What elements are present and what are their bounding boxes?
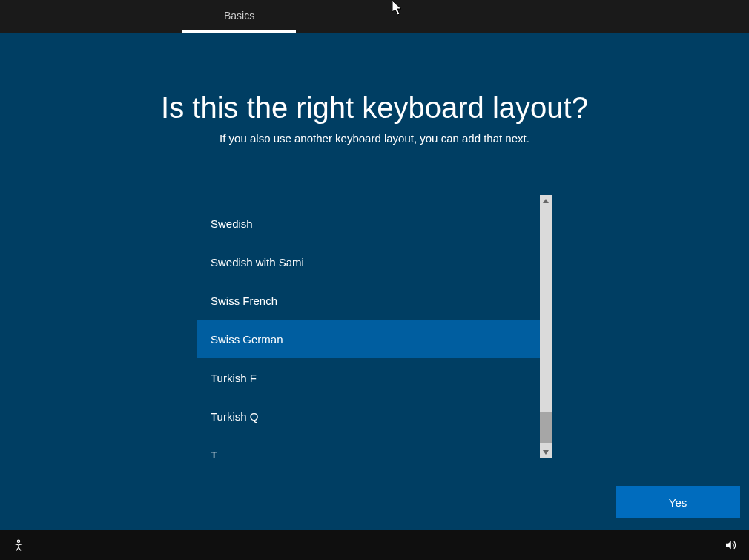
list-item-label: Swedish <box>211 217 253 230</box>
page-title: Is this the right keyboard layout? <box>161 91 588 125</box>
volume-icon[interactable] <box>722 537 739 553</box>
confirm-row: Yes <box>616 486 740 518</box>
list-item[interactable]: Standard <box>197 195 540 204</box>
scroll-thumb[interactable] <box>540 412 552 443</box>
list-item-label: Turkish F <box>211 372 257 384</box>
svg-point-0 <box>17 540 19 542</box>
yes-button[interactable]: Yes <box>616 486 740 518</box>
list-item-label: T <box>211 449 217 459</box>
list-viewport: StandardSwedishSwedish with SamiSwiss Fr… <box>197 195 540 458</box>
tab-basics-label: Basics <box>224 10 254 22</box>
list-item[interactable]: Turkish F <box>197 358 540 397</box>
scroll-up-arrow[interactable] <box>540 195 552 207</box>
list-item[interactable]: Swedish <box>197 204 540 243</box>
bottom-bar <box>0 530 749 560</box>
tab-bar: Basics <box>0 0 749 33</box>
yes-button-label: Yes <box>669 496 687 509</box>
list-item-label: Swiss German <box>211 333 283 346</box>
tab-basics[interactable]: Basics <box>182 0 296 33</box>
scroll-down-arrow[interactable] <box>540 447 552 458</box>
list-item-label: Swiss French <box>211 294 277 307</box>
scrollbar[interactable] <box>540 195 552 458</box>
tab-spacer <box>0 0 182 33</box>
list-item[interactable]: Turkish Q <box>197 397 540 435</box>
main-panel: Is this the right keyboard layout? If yo… <box>0 33 749 530</box>
list-item-label: Swedish with Sami <box>211 256 304 269</box>
list-item[interactable]: Swedish with Sami <box>197 243 540 281</box>
list-item-label: Turkish Q <box>211 410 258 423</box>
list-item[interactable]: T <box>197 435 540 458</box>
ease-of-access-icon[interactable] <box>10 537 27 553</box>
list-item[interactable]: Swiss French <box>197 281 540 320</box>
page-subtitle: If you also use another keyboard layout,… <box>220 132 529 145</box>
keyboard-layout-list: StandardSwedishSwedish with SamiSwiss Fr… <box>197 195 552 458</box>
list-item[interactable]: Swiss German <box>197 320 540 358</box>
